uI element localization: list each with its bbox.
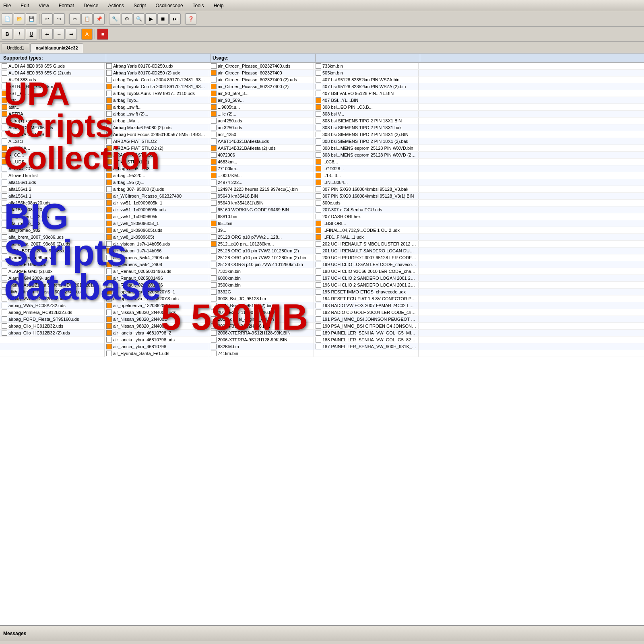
table-row[interactable]: alfa_romeo_932air_vw8_1k0909605t.uds39..… (0, 227, 644, 234)
tool-btn-4[interactable]: ▶ (145, 13, 157, 25)
file-cell[interactable]: Astra(1).xscr (0, 118, 105, 124)
file-cell[interactable]: ANTENA UN.UDS (0, 131, 105, 138)
table-row[interactable]: AUDI 383.udsairbag Toyota Corolla 2004 8… (0, 76, 644, 83)
table-row[interactable]: alfa156hc08as20.udsair_vw51_1c0909605k_1… (0, 200, 644, 206)
file-cell[interactable]: 4072006 (209, 152, 314, 158)
file-list[interactable]: AUDI A4 8E0 959 655 G.udsAirbag Yaris 89… (0, 63, 644, 625)
file-cell[interactable]: 505km.bin (314, 70, 419, 76)
file-cell[interactable]: airbag_Clio_HC912B32 (2).uds (0, 330, 105, 336)
file-cell[interactable]: 189 PAINEL LER_SENHA_VW_GOL_G5_MICRO_256… (314, 330, 419, 336)
file-cell[interactable]: alfa156v1.uds (0, 179, 105, 186)
file-cell[interactable]: AUDI 383.uds (0, 76, 105, 83)
file-cell[interactable]: 199 UCH CLIO LOGAN LER CODE_chavecode.ud… (314, 261, 419, 268)
table-row[interactable]: airbag_Clio_HC912B32 (2).udsair_lancia_l… (0, 330, 644, 336)
file-cell[interactable]: alfa156hc08as20.uds (0, 200, 105, 206)
file-cell[interactable]: 25128 ORG p10 pin 7VW2 101280km (2) (209, 248, 314, 254)
file-cell[interactable]: 25128 OORG p10 pin 7VW2 101280km.bin (209, 261, 314, 268)
table-row[interactable]: air_lancia_lybra_46810798832KM.bin187 PA… (0, 343, 644, 350)
tool-btn-3[interactable]: 🔍 (133, 13, 144, 25)
file-cell[interactable]: 196 UCH CLIO 2 SANDERO LOGAN 2001 2006 9… (314, 282, 419, 288)
file-cell[interactable]: 95640 km35418.BIN (209, 193, 314, 199)
file-cell[interactable]: alfa156hc08as20 (0, 206, 105, 213)
file-cell[interactable]: 2006-XTERRRA-9S12H128-99K.BIN (209, 330, 314, 336)
file-cell[interactable]: ...0C8... (314, 159, 419, 165)
tab-naviblaupunkt[interactable]: naviblaupunkt24c32 (30, 43, 83, 53)
menu-help[interactable]: Help (212, 2, 225, 9)
file-cell[interactable]: 307 PIN 5XG0 168084kmbsi 95128_V3.bak (314, 186, 419, 192)
table-row[interactable]: alfa156hc08as20air_vw51_1c0909605k.uds95… (0, 206, 644, 213)
file-cell[interactable]: astr... (0, 97, 105, 103)
table-row[interactable]: airbag_Primiera_HC912B32.udsair_Nissan_9… (0, 309, 644, 316)
menu-edit[interactable]: Edit (19, 2, 31, 9)
file-cell[interactable]: 3008_Bsi_JC_95128 (2).bin (209, 302, 314, 309)
menu-file[interactable]: File (2, 2, 12, 9)
table-row[interactable]: alfa_romeo_932.udsair_vw51_1c0909605k688… (0, 213, 644, 220)
file-cell[interactable]: air_vw8_1k0909605t (105, 234, 209, 240)
file-cell[interactable]: Airbag Mazda6 95080 (2).uds (105, 124, 209, 131)
table-row[interactable]: ANTENA UN.UDSAirbag Ford Focus 028501005… (0, 131, 644, 138)
file-cell[interactable]: alfa156v1 2 (0, 186, 105, 192)
table-row[interactable]: Alarme GM 2009-.udsair_Renault_028500149… (0, 275, 644, 282)
file-cell[interactable]: air_Nissan_98820_2N400D (105, 316, 209, 322)
file-cell[interactable]: air_opelmeriva_13203620YS (105, 302, 209, 309)
table-row[interactable]: A...xscrAIRBAG FIAT STILO2AA6T14B321BAfi… (0, 138, 644, 145)
file-cell[interactable]: air_siemens_5wk4_2908.uds (105, 254, 209, 261)
file-cell[interactable]: air_90_569... (209, 97, 314, 103)
file-cell[interactable]: air_Nissan_98820_2N400D (105, 323, 209, 329)
file-cell[interactable]: Allowed km list (0, 172, 105, 179)
file-cell[interactable]: aiWr_Citroen_Picasso_602327400.uds (0, 289, 105, 295)
redo-button[interactable]: ↪ (54, 13, 65, 25)
table-row[interactable]: aiWr_Citroen_Picasso_602327400.udsair_op… (0, 289, 644, 295)
file-cell[interactable]: air_lancia_lybra_46810798 (105, 343, 209, 350)
file-cell[interactable]: 195 RESET IMMO ETIOS_chavecode.udx (314, 289, 419, 295)
file-cell[interactable] (0, 343, 105, 350)
file-cell[interactable]: 207 DASH ORI.hex (314, 213, 419, 220)
file-cell[interactable]: 25128 ORG p10 pin 7VW2 101280km (2).bin (209, 254, 314, 261)
menu-tools[interactable]: Tools (191, 2, 206, 9)
table-row[interactable]: airbag_FORD_Fiesta_ST95160.udsair_Nissan… (0, 316, 644, 323)
file-cell[interactable]: 201 UCH RENAULT SANDERO LOGAN DUSTER 950… (314, 248, 419, 254)
tab-untitled1[interactable]: Untitled1 (2, 43, 29, 53)
file-cell[interactable]: air_Renault_0285001496.uds (105, 268, 209, 275)
file-cell[interactable]: Astra ECU ME766.uds (0, 124, 105, 131)
file-cell[interactable]: ALPHA_CC (0, 165, 105, 172)
file-cell[interactable]: 24974 222... (209, 179, 314, 186)
table-row[interactable]: A...UDS...FIAT STILO1 (2)4683km......0C8… (0, 159, 644, 165)
table-row[interactable]: Alarme Astra Zafira Simens VDO 2010 2011… (0, 282, 644, 289)
table-row[interactable]: ASTRA_HM_74231km.binairbag Toyota Coroll… (0, 83, 644, 90)
table-row[interactable]: alfa156v1 2airbag 307- 95080 (2).uds1249… (0, 186, 644, 193)
file-cell[interactable]: airbag Toyo... (105, 97, 209, 103)
file-cell[interactable]: air_90_569_3... (209, 90, 314, 97)
undo-button[interactable]: ↩ (41, 13, 53, 25)
file-cell[interactable]: airbag...95 (2)... (105, 179, 209, 186)
file-cell[interactable]: 191 PSA_IMMO_BSI JOHNSON PEUGEOT 307 CIT… (314, 316, 419, 322)
file-cell[interactable]: ASTRA_HM_74231km.bin (0, 83, 105, 90)
file-cell[interactable]: 308 bsi SIEMENS TIPO 2 PIN 18X1.BIN (314, 118, 419, 124)
file-cell[interactable]: 832KM.bin (209, 343, 314, 350)
file-cell[interactable]: air_Citroen_Picasso_602327400 (209, 70, 314, 76)
file-cell[interactable]: ...FIX...FINAL...1.udx (314, 234, 419, 240)
align-center-button[interactable]: ↔ (54, 29, 65, 40)
file-cell[interactable]: ALARME GM3 (2).udx (0, 268, 105, 275)
file-cell[interactable]: 308 bsi...MENS eeprom 25128 PIN WXVD (2)… (314, 152, 419, 158)
file-cell[interactable]: alfa_brera_2007_93c86.uds (0, 234, 105, 240)
file-cell[interactable]: airbag_VW5_HC08AZ32.uds (0, 302, 105, 309)
file-cell[interactable]: AUDI A4 8E0 959 655 G.uds (0, 63, 105, 69)
file-cell[interactable]: 2006-XTERRA-9S12H128-99K.BIN (209, 336, 314, 343)
file-cell[interactable]: airbag_Primiera_HC912B32.uds (0, 309, 105, 316)
file-cell[interactable]: airbag_VW6_HC912D60.uds (0, 295, 105, 302)
file-cell[interactable]: 200 UCH PEUGEOT 3007 95128 LER CODE_chav… (314, 254, 419, 261)
file-cell[interactable]: AUDI A4 8E0 959 655 G (2).uds (0, 70, 105, 76)
file-cell[interactable]: airbag...95320... (105, 172, 209, 179)
file-cell[interactable]: A...UDS (0, 159, 105, 165)
table-row[interactable]: AUDI A4 8E0 959 655 G (2).udsAirbag Yari… (0, 70, 644, 76)
file-cell[interactable]: 407 BSI...YL...BIN (314, 97, 419, 103)
table-row[interactable]: airbag_Clio_HC912B32.udsair_Nissan_98820… (0, 323, 644, 330)
file-cell[interactable]: air_WCitroen_Picasso_602327400 (105, 193, 209, 199)
file-cell[interactable]: alfa_romeo_932.uds (0, 213, 105, 220)
file-cell[interactable]: 2008-F350-9S12H256.BIN (209, 323, 314, 329)
menu-oscilloscope[interactable]: Oscilloscope (154, 2, 185, 9)
file-cell[interactable]: air_lancia_lybra_46810798.uds (105, 336, 209, 343)
table-row[interactable]: astr...airbag Toyo...air_90_569...407 BS… (0, 97, 644, 104)
file-cell[interactable]: alfa_romeo_932 (0, 227, 105, 233)
